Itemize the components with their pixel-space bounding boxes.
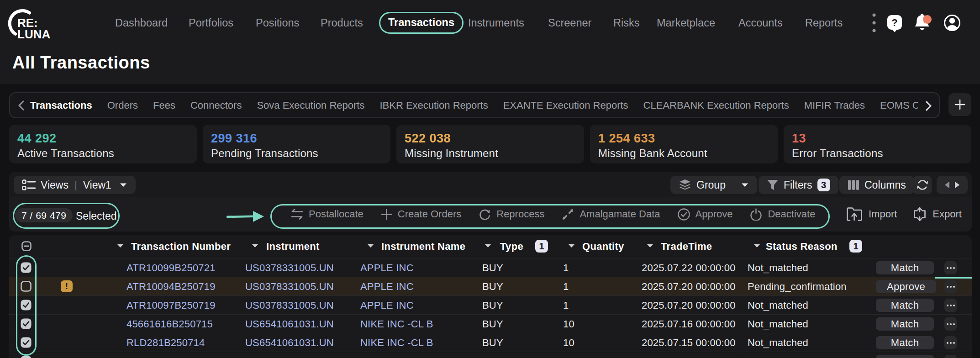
columns-button[interactable]: Columns xyxy=(839,176,914,194)
row-checkbox-checked[interactable] xyxy=(21,318,32,329)
kebab-menu-icon[interactable] xyxy=(872,12,876,33)
notifications-bell-icon[interactable] xyxy=(913,13,933,32)
column-header-instrument-name[interactable]: Instrument Name xyxy=(381,241,465,253)
column-header-quantity[interactable]: Quantity xyxy=(582,241,624,253)
pagination-buttons[interactable] xyxy=(937,176,968,194)
column-header-type[interactable]: Type xyxy=(500,241,523,253)
tab-transactions[interactable]: Transactions xyxy=(30,100,92,111)
column-header-status-reason[interactable]: Status Reason xyxy=(766,241,838,253)
page-next-icon[interactable] xyxy=(954,181,960,189)
row-action-button[interactable]: Approve xyxy=(876,280,936,293)
column-header-transaction-number[interactable]: Transaction Number xyxy=(131,241,231,253)
column-menu-icon[interactable] xyxy=(753,243,761,248)
nav-item-marketplace[interactable]: Marketplace xyxy=(657,17,715,29)
nav-item-transactions[interactable]: Transactions xyxy=(379,12,464,34)
cell-instrument[interactable]: US6541061031.UN xyxy=(245,337,334,349)
row-action-button[interactable] xyxy=(876,355,934,358)
stat-card-missing-bank-account[interactable]: 1 254 633 Missing Bank Account xyxy=(590,125,778,163)
table-row[interactable]: ! ATR10099B250721 US0378331005.UN APPLE … xyxy=(9,258,972,277)
nav-item-reports[interactable]: Reports xyxy=(805,17,843,29)
stat-card-missing-instrument[interactable]: 522 038 Missing Instrument xyxy=(396,125,584,163)
table-row[interactable]: ! RLD281B250714 US6541061031.UN NIKE INC… xyxy=(9,333,972,352)
column-header-instrument[interactable]: Instrument xyxy=(266,241,320,253)
cell-transaction-number[interactable]: ATR10094B250719 xyxy=(126,281,216,293)
column-menu-icon[interactable] xyxy=(568,243,575,248)
cell-instrument[interactable]: US6541061031.UN xyxy=(245,318,334,330)
tab-exante-execution-reports[interactable]: EXANTE Execution Reports xyxy=(503,100,628,111)
cell-transaction-number[interactable]: RLD281B250714 xyxy=(126,337,205,349)
refresh-button[interactable] xyxy=(913,176,932,194)
nav-item-screener[interactable]: Screener xyxy=(548,17,591,29)
tab-mifir-trades[interactable]: MIFIR Trades xyxy=(804,100,865,111)
table-row[interactable]: ! ATR10094B250719 US0378331005.UN APPLE … xyxy=(9,277,972,295)
column-menu-icon[interactable] xyxy=(116,243,124,248)
nav-item-products[interactable]: Products xyxy=(321,17,363,29)
column-menu-icon[interactable] xyxy=(646,243,654,248)
row-action-button[interactable]: Match xyxy=(876,299,934,312)
page-prev-icon[interactable] xyxy=(944,181,950,189)
import-button[interactable]: Import xyxy=(841,207,902,221)
postallocate-button[interactable]: Postallocate xyxy=(282,208,372,220)
row-more-menu-button[interactable] xyxy=(944,299,957,312)
cell-transaction-number[interactable]: 45661616B250715 xyxy=(126,318,213,330)
tab-fees[interactable]: Fees xyxy=(153,100,175,111)
cell-transaction-number[interactable]: ATR10099B250721 xyxy=(126,262,216,274)
table-row[interactable]: ! xyxy=(9,352,972,358)
nav-item-instruments[interactable]: Instruments xyxy=(468,17,524,29)
filters-button[interactable]: Filters 3 xyxy=(759,176,838,194)
select-all-checkbox[interactable] xyxy=(21,241,32,251)
tab-ibkr-execution-reports[interactable]: IBKR Execution Reports xyxy=(379,100,488,111)
nav-item-dashboard[interactable]: Dashboard xyxy=(115,17,168,29)
create-orders-button[interactable]: Create Orders xyxy=(372,208,470,220)
row-checkbox-checked[interactable] xyxy=(21,262,32,273)
nav-item-accounts[interactable]: Accounts xyxy=(738,17,783,29)
row-action-button[interactable]: Match xyxy=(876,317,934,331)
column-menu-icon[interactable] xyxy=(251,243,259,248)
stat-card-error-transactions[interactable]: 13 Error Transactions xyxy=(784,125,971,163)
cell-instrument[interactable]: US0378331005.UN xyxy=(245,300,334,311)
approve-button[interactable]: Approve xyxy=(669,208,742,221)
row-more-menu-button[interactable] xyxy=(944,280,957,293)
tab-orders[interactable]: Orders xyxy=(107,100,138,111)
amalgamate-data-button[interactable]: Amalgamate Data xyxy=(553,208,669,221)
column-menu-icon[interactable] xyxy=(484,243,492,248)
export-button[interactable]: Export xyxy=(908,207,967,221)
tab-connectors[interactable]: Connectors xyxy=(190,100,242,111)
row-checkbox-checked[interactable] xyxy=(21,337,32,348)
nav-item-risks[interactable]: Risks xyxy=(613,17,639,29)
row-more-menu-button[interactable] xyxy=(944,336,957,349)
stat-label: Pending Transactions xyxy=(211,147,382,160)
nav-item-portfolios[interactable]: Portfolios xyxy=(189,17,233,29)
tabs-scroll-left-icon[interactable] xyxy=(17,100,25,111)
tab-eoms-c[interactable]: EOMS C xyxy=(880,100,918,111)
tab-sova-execution-reports[interactable]: Sova Execution Reports xyxy=(257,100,364,111)
user-avatar[interactable] xyxy=(943,14,961,32)
stat-card-pending-transactions[interactable]: 299 316 Pending Transactions xyxy=(203,125,390,163)
column-header-tradetime[interactable]: TradeTime xyxy=(661,241,712,253)
table-row[interactable]: ! 45661616B250715 US6541061031.UN NIKE I… xyxy=(9,314,972,333)
cell-instrument[interactable]: US0378331005.UN xyxy=(245,262,334,274)
row-more-menu-button[interactable] xyxy=(944,261,957,274)
nav-item-positions[interactable]: Positions xyxy=(256,17,299,29)
stat-card-active-transactions[interactable]: 44 292 Active Transactions xyxy=(9,125,197,163)
group-dropdown[interactable]: Group xyxy=(670,176,757,194)
main-nav: Dashboard Portfolios Positions Products … xyxy=(0,11,980,35)
cell-instrument[interactable]: US0378331005.UN xyxy=(245,281,334,293)
row-more-menu-button[interactable] xyxy=(944,317,957,331)
column-menu-icon[interactable] xyxy=(367,243,374,248)
deactivate-button[interactable]: Deactivate xyxy=(741,208,824,221)
reprocess-button[interactable]: Reprocess xyxy=(470,208,553,221)
row-action-button[interactable]: Match xyxy=(876,336,934,349)
row-checkbox-unchecked[interactable] xyxy=(21,281,32,292)
cell-transaction-number[interactable]: ATR10097B250719 xyxy=(126,300,216,311)
tab-clearbank-execution-reports[interactable]: CLEARBANK Execution Reports xyxy=(643,100,789,111)
row-action-button[interactable]: Match xyxy=(876,261,934,274)
help-icon[interactable]: ? xyxy=(887,14,902,32)
row-checkbox-checked[interactable] xyxy=(21,300,32,311)
table-row[interactable]: ! ATR10097B250719 US0378331005.UN APPLE … xyxy=(9,295,972,314)
views-dropdown[interactable]: Views | View1 xyxy=(14,176,136,194)
row-more-menu-button[interactable] xyxy=(944,355,957,358)
add-tab-button[interactable] xyxy=(948,93,971,116)
tabs-scroll-right-icon[interactable] xyxy=(925,100,933,111)
row-checkbox-checked[interactable] xyxy=(21,356,32,358)
